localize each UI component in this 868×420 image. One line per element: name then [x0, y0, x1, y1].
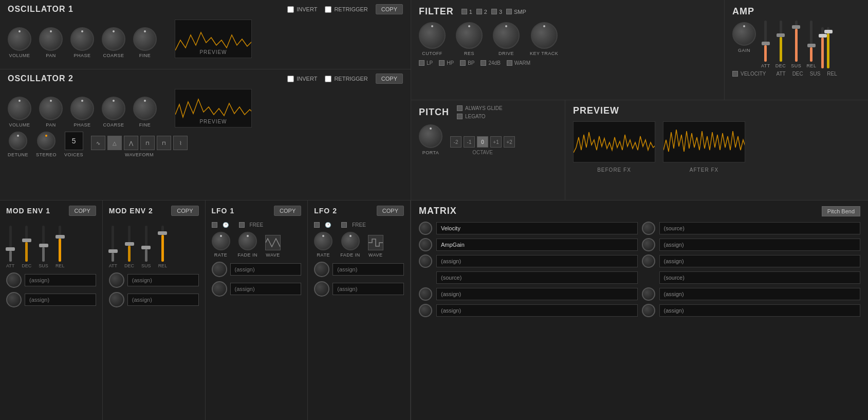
octave-label: OCTAVE [450, 150, 515, 155]
filter-btn-1[interactable]: 1 [461, 9, 472, 15]
lfo2-rate-knob: RATE [314, 232, 333, 258]
matrix-knob-5a[interactable] [419, 287, 432, 301]
wave-triangle-btn[interactable]: △ [107, 136, 122, 150]
lfo2-assign-box-1[interactable]: (assign) [333, 263, 404, 276]
matrix-knob-6b[interactable] [642, 304, 655, 317]
filter-btn-3[interactable]: 3 [491, 9, 502, 15]
lfo1-rate-knob: RATE [212, 232, 230, 258]
preview-after-fx: AFTER FX [663, 121, 745, 173]
amp-velocity-checkbox[interactable] [732, 71, 738, 77]
matrix-knob-3b[interactable] [642, 254, 655, 268]
osc2-preview-label: PREVIEW [199, 119, 227, 124]
osc1-copy-button[interactable]: COPY [376, 4, 403, 14]
osc2-voices-value[interactable]: 5 [65, 132, 83, 150]
matrix-row-1: Velocity (source) [419, 222, 860, 235]
wave-pulse-btn[interactable]: ⊓ [157, 136, 171, 150]
filter-24db[interactable]: 24dB [481, 60, 500, 66]
filter-lp[interactable]: LP [419, 60, 433, 66]
pitch-legato[interactable]: LEGATO [457, 114, 503, 119]
matrix-knob-5b[interactable] [642, 287, 655, 301]
pitch-always-glide[interactable]: ALWAYS GLIDE [457, 105, 503, 111]
filter-title: FILTER [419, 6, 454, 17]
lfo1-wave-selector: WAVE [265, 235, 281, 258]
matrix-cell-assign-5b[interactable]: (assign) [659, 288, 861, 300]
matrix-cell-assign-2[interactable]: (assign) [659, 239, 861, 251]
filter-bp[interactable]: BP [460, 60, 474, 66]
lfo2-free-label: FREE [352, 222, 366, 228]
lfo-1-copy[interactable]: COPY [274, 206, 301, 216]
lfo2-free-checkbox[interactable] [341, 222, 347, 228]
filter-drive-knob: DRIVE [493, 22, 520, 56]
env2-assign-1: (assign) [109, 272, 199, 288]
matrix-cell-assign-6a[interactable]: (assign) [436, 304, 638, 317]
osc1-pan-knob: PAN [39, 27, 63, 58]
lfo1-sync-checkbox[interactable] [212, 222, 217, 228]
lfo1-fadein-knob: FADE IN [238, 232, 258, 258]
filter-section: FILTER 1 2 3 SMP CUTOFF RES [411, 0, 724, 100]
lfo-2-copy[interactable]: COPY [377, 206, 404, 216]
mod-env-1-copy[interactable]: COPY [69, 206, 96, 216]
osc2-coarse-knob: COARSE [102, 97, 125, 127]
lfo1-free-checkbox[interactable] [239, 222, 245, 228]
env1-assign-box-2[interactable]: (assign) [25, 294, 96, 306]
matrix-knob-1a[interactable] [419, 222, 432, 235]
wave-sine-btn[interactable]: ∿ [91, 136, 105, 150]
lfo2-assign-box-2[interactable]: (assign) [333, 283, 404, 295]
env1-assign-box-1[interactable]: (assign) [25, 274, 96, 286]
lfo2-sync-checkbox[interactable] [314, 222, 320, 228]
pitch-title: PITCH [419, 107, 449, 118]
osc2-retrigger-label[interactable]: RETRIGGER [325, 76, 367, 82]
env2-sus-slider: SUS [141, 226, 151, 268]
osc1-invert-checkbox[interactable] [287, 6, 294, 13]
pitch-options: ALWAYS GLIDE LEGATO [457, 105, 503, 119]
osc2-waveform-buttons: ∿ △ ⋀ ⊓ ⊓ ⌇ [91, 136, 188, 150]
lfo1-assign-box-1[interactable]: (assign) [230, 263, 302, 276]
lfo2-wave-icon [368, 238, 383, 247]
osc1-retrigger-label[interactable]: RETRIGGER [325, 6, 367, 13]
wave-saw-btn[interactable]: ⋀ [124, 136, 138, 150]
osc2-invert-label[interactable]: INVERT [287, 76, 317, 82]
matrix-cell-ampgain[interactable]: AmpGain [436, 239, 638, 251]
osc1-invert-label[interactable]: INVERT [287, 6, 317, 13]
matrix-cell-velocity[interactable]: Velocity [436, 222, 638, 234]
matrix-cell-assign-3b[interactable]: (assign) [659, 255, 861, 267]
lfo1-assign-box-2[interactable]: (assign) [230, 283, 302, 295]
wave-square-btn[interactable]: ⊓ [140, 136, 155, 150]
env2-assign-box-1[interactable]: (assign) [127, 274, 199, 286]
lfo2-assign-2: (assign) [314, 281, 404, 297]
matrix-cell-source-4a[interactable]: (source) [436, 271, 638, 284]
osc2-waveform-group: ∿ △ ⋀ ⊓ ⊓ ⌇ WAVEFORM [91, 136, 188, 157]
matrix-knob-6a[interactable] [419, 304, 432, 317]
filter-btn-2[interactable]: 2 [476, 9, 487, 15]
matrix-cell-assign-5a[interactable]: (assign) [436, 288, 638, 300]
osc2-retrigger-checkbox[interactable] [325, 76, 331, 82]
octave-btn-0[interactable]: 0 [477, 136, 488, 148]
matrix-knob-1b[interactable] [642, 222, 655, 235]
filter-btn-smp[interactable]: SMP [506, 9, 526, 15]
osc2-copy-button[interactable]: COPY [376, 74, 403, 84]
matrix-cell-source-1[interactable]: (source) [659, 222, 861, 234]
osc2-invert-checkbox[interactable] [287, 76, 294, 82]
filter-warm[interactable]: WARM [507, 60, 530, 66]
env2-assign-box-2[interactable]: (assign) [127, 294, 199, 306]
osc1-volume-knob: VOLUME [8, 27, 31, 58]
matrix-knob-2b[interactable] [642, 238, 655, 251]
octave-btn-minus2[interactable]: -2 [450, 136, 461, 148]
mod-env-2-copy[interactable]: COPY [171, 206, 198, 216]
filter-knobs: CUTOFF RES DRIVE KEY TRACK [419, 22, 716, 56]
matrix-knob-2a[interactable] [419, 238, 432, 251]
matrix-cell-assign-3a[interactable]: (assign) [436, 255, 638, 267]
matrix-cell-assign-6b[interactable]: (assign) [659, 304, 861, 317]
pitch-bend-button[interactable]: Pitch Bend [822, 206, 860, 216]
octave-btn-minus1[interactable]: -1 [464, 136, 475, 148]
matrix-knob-3a[interactable] [419, 254, 432, 268]
octave-btn-plus2[interactable]: +2 [504, 136, 515, 148]
osc1-retrigger-checkbox[interactable] [325, 6, 331, 13]
filter-hp[interactable]: HP [439, 60, 454, 66]
mod-env-2-sliders: ATT DEC SUS [109, 222, 199, 268]
wave-noise-btn[interactable]: ⌇ [173, 136, 188, 150]
octave-btn-plus1[interactable]: +1 [490, 136, 502, 148]
env1-assign-1: (assign) [6, 272, 96, 288]
matrix-cell-source-4b[interactable]: (source) [659, 271, 861, 284]
amp-velocity-row: VELOCITY ATT DEC SUS REL [732, 71, 860, 77]
